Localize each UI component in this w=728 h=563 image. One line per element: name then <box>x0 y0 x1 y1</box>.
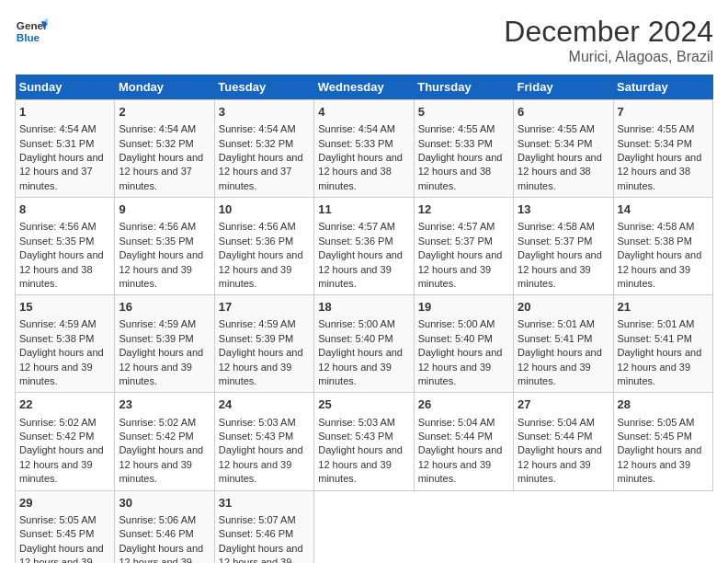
sunrise-label: Sunrise: 5:04 AM <box>418 417 495 428</box>
day-number: 7 <box>618 104 709 121</box>
page-header: General Blue December 2024 Murici, Alago… <box>15 15 713 65</box>
calendar-cell-w3-d6: 28 Sunrise: 5:05 AM Sunset: 5:45 PM Dayl… <box>613 393 712 490</box>
day-number: 19 <box>418 299 509 316</box>
daylight-label: Daylight hours and 12 hours and 39 minut… <box>219 249 303 289</box>
col-sunday: Sunday <box>16 75 115 100</box>
logo-icon: General Blue <box>15 15 48 48</box>
calendar-cell-w1-d1: 9 Sunrise: 4:56 AM Sunset: 5:35 PM Dayli… <box>115 198 214 295</box>
sunrise-label: Sunrise: 4:57 AM <box>318 221 395 232</box>
col-saturday: Saturday <box>613 75 712 100</box>
daylight-label: Daylight hours and 12 hours and 37 minut… <box>19 152 104 191</box>
day-number: 16 <box>119 299 210 316</box>
sunset-label: Sunset: 5:35 PM <box>19 236 94 247</box>
sunrise-label: Sunrise: 5:03 AM <box>318 417 395 428</box>
calendar-cell-w3-d5: 27 Sunrise: 5:04 AM Sunset: 5:44 PM Dayl… <box>514 393 613 490</box>
sunrise-label: Sunrise: 5:01 AM <box>518 318 595 329</box>
calendar-cell-w3-d4: 26 Sunrise: 5:04 AM Sunset: 5:44 PM Dayl… <box>414 393 513 490</box>
sunrise-label: Sunrise: 5:02 AM <box>19 417 97 428</box>
sunset-label: Sunset: 5:45 PM <box>19 528 94 539</box>
logo: General Blue <box>15 15 48 48</box>
month-title: December 2024 <box>504 15 713 49</box>
day-number: 23 <box>119 396 210 413</box>
calendar-cell-w3-d3: 25 Sunrise: 5:03 AM Sunset: 5:43 PM Dayl… <box>314 393 414 490</box>
day-number: 3 <box>219 104 310 121</box>
day-number: 11 <box>318 201 409 218</box>
day-number: 8 <box>19 201 110 218</box>
calendar-cell-w0-d5: 6 Sunrise: 4:55 AM Sunset: 5:34 PM Dayli… <box>514 100 613 198</box>
calendar-cell-w0-d2: 3 Sunrise: 4:54 AM Sunset: 5:32 PM Dayli… <box>214 100 313 198</box>
sunset-label: Sunset: 5:41 PM <box>618 333 692 344</box>
daylight-label: Daylight hours and 12 hours and 38 minut… <box>618 152 702 191</box>
header-row: Sunday Monday Tuesday Wednesday Thursday… <box>16 75 713 100</box>
daylight-label: Daylight hours and 12 hours and 39 minut… <box>119 347 203 386</box>
daylight-label: Daylight hours and 12 hours and 39 minut… <box>19 543 104 563</box>
day-number: 1 <box>19 104 110 121</box>
daylight-label: Daylight hours and 12 hours and 39 minut… <box>318 249 403 289</box>
empty-cell <box>613 490 712 563</box>
daylight-label: Daylight hours and 12 hours and 39 minut… <box>418 347 503 386</box>
sunrise-label: Sunrise: 5:04 AM <box>518 417 595 428</box>
sunset-label: Sunset: 5:41 PM <box>518 333 592 344</box>
sunrise-label: Sunrise: 4:56 AM <box>119 221 196 232</box>
day-number: 29 <box>19 495 110 511</box>
calendar-cell-w4-d1: 30 Sunrise: 5:06 AM Sunset: 5:46 PM Dayl… <box>115 490 214 563</box>
day-number: 21 <box>618 299 709 316</box>
sunset-label: Sunset: 5:35 PM <box>119 236 193 247</box>
sunset-label: Sunset: 5:45 PM <box>618 431 692 442</box>
day-number: 25 <box>318 396 409 413</box>
sunrise-label: Sunrise: 4:57 AM <box>418 221 495 232</box>
daylight-label: Daylight hours and 12 hours and 38 minut… <box>418 152 503 191</box>
day-number: 2 <box>119 104 210 121</box>
daylight-label: Daylight hours and 12 hours and 39 minut… <box>618 444 702 484</box>
day-number: 17 <box>219 299 310 316</box>
sunset-label: Sunset: 5:34 PM <box>618 138 692 149</box>
sunset-label: Sunset: 5:33 PM <box>318 138 392 149</box>
sunset-label: Sunset: 5:46 PM <box>219 528 293 539</box>
sunrise-label: Sunrise: 4:58 AM <box>618 221 695 232</box>
daylight-label: Daylight hours and 12 hours and 39 minut… <box>518 444 602 484</box>
daylight-label: Daylight hours and 12 hours and 37 minut… <box>219 152 303 191</box>
day-number: 5 <box>418 104 509 121</box>
daylight-label: Daylight hours and 12 hours and 39 minut… <box>318 444 403 484</box>
sunrise-label: Sunrise: 5:05 AM <box>19 514 97 525</box>
empty-cell <box>314 490 414 563</box>
sunrise-label: Sunrise: 4:55 AM <box>618 123 695 134</box>
day-number: 24 <box>219 396 310 413</box>
day-number: 18 <box>318 299 409 316</box>
daylight-label: Daylight hours and 12 hours and 39 minut… <box>418 444 503 484</box>
calendar-cell-w0-d1: 2 Sunrise: 4:54 AM Sunset: 5:32 PM Dayli… <box>115 100 214 198</box>
sunrise-label: Sunrise: 5:03 AM <box>219 417 296 428</box>
sunrise-label: Sunrise: 4:58 AM <box>518 221 595 232</box>
daylight-label: Daylight hours and 12 hours and 37 minut… <box>119 152 203 191</box>
location-title: Murici, Alagoas, Brazil <box>504 49 713 65</box>
sunset-label: Sunset: 5:38 PM <box>19 333 94 344</box>
sunset-label: Sunset: 5:37 PM <box>518 236 592 247</box>
col-monday: Monday <box>115 75 214 100</box>
sunrise-label: Sunrise: 4:55 AM <box>418 123 495 134</box>
daylight-label: Daylight hours and 12 hours and 39 minut… <box>19 347 104 386</box>
calendar-cell-w1-d5: 13 Sunrise: 4:58 AM Sunset: 5:37 PM Dayl… <box>514 198 613 295</box>
col-wednesday: Wednesday <box>314 75 414 100</box>
day-number: 27 <box>518 396 609 413</box>
calendar-cell-w1-d6: 14 Sunrise: 4:58 AM Sunset: 5:38 PM Dayl… <box>613 198 712 295</box>
calendar-cell-w1-d3: 11 Sunrise: 4:57 AM Sunset: 5:36 PM Dayl… <box>314 198 414 295</box>
sunrise-label: Sunrise: 4:55 AM <box>518 123 595 134</box>
sunrise-label: Sunrise: 5:01 AM <box>618 318 695 329</box>
sunset-label: Sunset: 5:39 PM <box>119 333 193 344</box>
sunrise-label: Sunrise: 5:06 AM <box>119 514 196 525</box>
daylight-label: Daylight hours and 12 hours and 38 minut… <box>19 249 104 289</box>
title-block: December 2024 Murici, Alagoas, Brazil <box>504 15 713 65</box>
day-number: 4 <box>318 104 409 121</box>
daylight-label: Daylight hours and 12 hours and 39 minut… <box>219 444 303 484</box>
calendar-cell-w2-d3: 18 Sunrise: 5:00 AM Sunset: 5:40 PM Dayl… <box>314 295 414 393</box>
day-number: 9 <box>119 201 210 218</box>
calendar-row-4: 29 Sunrise: 5:05 AM Sunset: 5:45 PM Dayl… <box>16 490 713 563</box>
calendar-cell-w1-d4: 12 Sunrise: 4:57 AM Sunset: 5:37 PM Dayl… <box>414 198 513 295</box>
col-tuesday: Tuesday <box>214 75 313 100</box>
calendar-cell-w2-d4: 19 Sunrise: 5:00 AM Sunset: 5:40 PM Dayl… <box>414 295 513 393</box>
calendar-row-1: 8 Sunrise: 4:56 AM Sunset: 5:35 PM Dayli… <box>16 198 713 295</box>
day-number: 30 <box>119 495 210 511</box>
daylight-label: Daylight hours and 12 hours and 39 minut… <box>518 249 602 289</box>
sunset-label: Sunset: 5:32 PM <box>119 138 193 149</box>
sunset-label: Sunset: 5:42 PM <box>119 431 193 442</box>
